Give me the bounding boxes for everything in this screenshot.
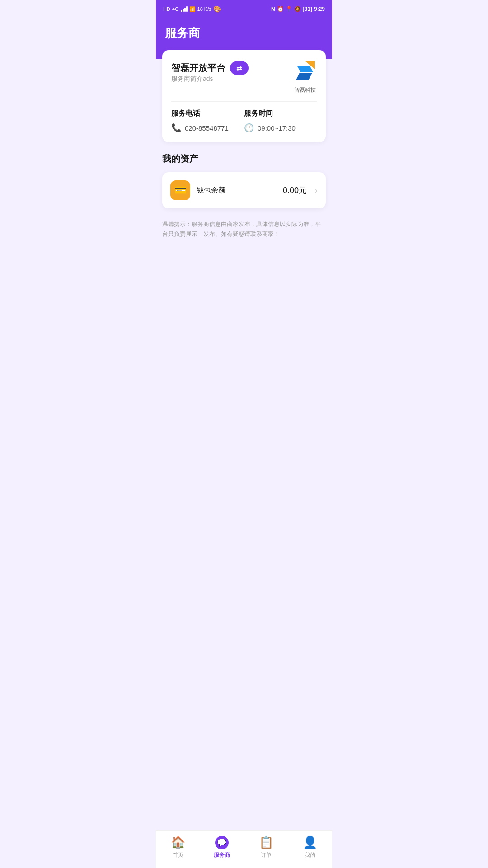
assets-title: 我的资产 [162,153,326,165]
provider-left: 智磊开放平台 ⇄ 服务商简介ads [171,61,249,92]
service-phone-label: 服务电话 [171,109,244,118]
wallet-icon-wrap: 💳 [170,180,190,200]
chevron-right-icon: › [315,186,318,195]
status-network: 4G [172,6,179,12]
home-icon: 🏠 [171,835,185,849]
phone-icon: 📞 [171,123,181,133]
provider-name: 智磊开放平台 [171,62,225,74]
nav-label-mine: 我的 [305,851,315,859]
wallet-item[interactable]: 💳 钱包余额 0.00元 › [162,172,326,208]
card-divider [171,101,317,102]
main-content: 智磊开放平台 ⇄ 服务商简介ads [156,50,332,830]
order-icon: 📋 [259,835,273,849]
provider-logo [293,59,317,85]
nav-item-home[interactable]: 🏠 首页 [164,835,192,859]
status-bar: HD 4G 📶 18 K/s 🎨 N ⏰ 📍 🔕 [31] 9:29 [156,0,332,16]
provider-header: 智磊开放平台 ⇄ 服务商简介ads [171,59,317,94]
service-phone-col: 服务电话 📞 020-85548771 [171,109,244,133]
page-title: 服务商 [165,25,323,41]
alarm-icon: ⏰ [277,6,284,12]
service-time-row: 🕐 09:00~17:30 [244,123,317,133]
nfc-icon: N [271,6,275,12]
switch-button[interactable]: ⇄ [230,61,249,75]
nav-item-order[interactable]: 📋 订单 [253,835,280,859]
switch-icon: ⇄ [236,64,242,72]
provider-logo-name: 智磊科技 [294,86,316,94]
service-info: 服务电话 📞 020-85548771 服务时间 🕐 09:00~17:30 [171,109,317,133]
mute-icon: 🔕 [294,6,301,12]
nav-item-mine[interactable]: 👤 我的 [296,835,324,859]
signal-bars [181,6,188,12]
speed-indicator: 18 K/s [197,6,211,12]
service-phone-number[interactable]: 020-85548771 [185,124,229,132]
bottom-nav: 🏠 首页 服务商 📋 订单 👤 我的 [156,830,332,868]
nav-item-provider[interactable]: 服务商 [208,836,235,859]
nav-label-order: 订单 [261,851,272,859]
battery-icon: [31] [303,6,312,12]
wallet-amount: 0.00元 [283,185,307,196]
service-time-col: 服务时间 🕐 09:00~17:30 [244,109,317,133]
provider-name-row: 智磊开放平台 ⇄ [171,61,249,75]
svg-marker-1 [297,66,313,72]
service-time-hours: 09:00~17:30 [258,124,296,132]
provider-card: 智磊开放平台 ⇄ 服务商简介ads [162,50,326,142]
nav-label-home: 首页 [173,851,183,859]
wifi-icon: 📶 [189,6,196,12]
status-left: HD 4G 📶 18 K/s 🎨 [163,5,221,13]
nav-label-provider: 服务商 [214,851,230,859]
provider-logo-area: 智磊科技 [293,59,317,94]
mine-icon: 👤 [303,835,317,849]
colorful-icon: 🎨 [213,5,221,13]
provider-description: 服务商简介ads [171,75,249,83]
wallet-icon: 💳 [174,184,187,196]
location-icon: 📍 [286,6,292,12]
svg-marker-2 [296,73,312,80]
status-hd: HD [163,6,170,12]
provider-active-icon [215,836,229,849]
service-time-label: 服务时间 [244,109,317,118]
status-right: N ⏰ 📍 🔕 [31] 9:29 [271,6,325,12]
time-display: 9:29 [314,6,325,12]
service-phone-row: 📞 020-85548771 [171,123,244,133]
clock-icon: 🕐 [244,123,254,133]
wallet-label: 钱包余额 [197,186,277,195]
notice-text: 温馨提示：服务商信息由商家发布，具体信息以实际为准，平台只负责展示、发布。如有疑… [162,219,326,239]
